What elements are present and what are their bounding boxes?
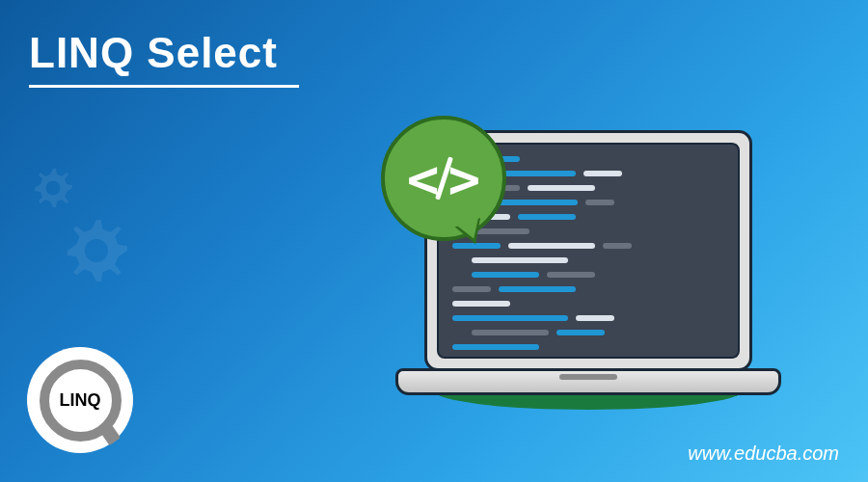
website-url: www.educba.com xyxy=(688,442,839,465)
laptop-base xyxy=(395,368,781,395)
laptop-illustration: <> xyxy=(366,87,810,424)
code-badge: <> xyxy=(381,116,506,241)
linq-logo-text: LINQ xyxy=(60,390,101,411)
gear-decoration-large xyxy=(58,212,135,289)
page-title: LINQ Select xyxy=(29,29,278,77)
laptop-bezel: <> xyxy=(424,130,752,371)
code-icon: <> xyxy=(407,147,480,210)
gear-decoration-small xyxy=(29,164,77,212)
title-underline xyxy=(29,85,299,88)
linq-logo: LINQ xyxy=(27,347,133,453)
